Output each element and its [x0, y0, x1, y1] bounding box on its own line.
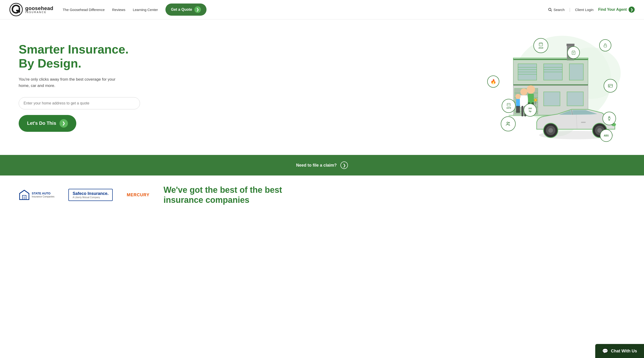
partners-right-content: We've got the best of the best insurance…	[164, 185, 625, 205]
state-auto-logo: STATE AUTO Insurance Companies	[19, 189, 54, 201]
svg-point-46	[527, 85, 535, 94]
svg-rect-55	[516, 106, 518, 113]
find-agent-button[interactable]: Find Your Agent ❯	[598, 7, 635, 13]
svg-rect-74	[608, 84, 612, 87]
safeco-sub: A Liberty Mutual Company	[72, 196, 108, 199]
badge-family	[501, 116, 516, 131]
svg-rect-64	[507, 103, 510, 106]
cta-arrow-icon: ❯	[60, 119, 68, 128]
main-nav: The Goosehead Difference Reviews Learnin…	[63, 4, 207, 16]
safeco-logo-wrap: Safeco Insurance. A Liberty Mutual Compa…	[68, 189, 113, 201]
logo[interactable]: goosehead INSURANCE	[9, 3, 54, 16]
state-auto-icon	[19, 189, 30, 201]
header-divider: |	[569, 7, 570, 12]
hero-content: Smarter Insurance. By Design. You're onl…	[19, 43, 310, 132]
svg-rect-73	[604, 45, 607, 47]
mercury-logo-wrap: MERCURY	[127, 193, 149, 198]
hero-title: Smarter Insurance. By Design.	[19, 43, 310, 71]
svg-point-53	[516, 94, 520, 99]
svg-rect-45	[581, 122, 586, 123]
svg-rect-10	[569, 64, 583, 80]
svg-point-67	[509, 122, 510, 123]
address-input-wrap[interactable]	[19, 97, 140, 109]
svg-rect-68	[572, 51, 575, 54]
logo-icon	[9, 3, 23, 16]
safeco-logo: Safeco Insurance. A Liberty Mutual Compa…	[68, 189, 113, 201]
svg-point-57	[534, 99, 537, 101]
hero-section: Smarter Insurance. By Design. You're onl…	[0, 19, 644, 155]
badge-fire: 🔥	[487, 75, 499, 88]
svg-point-50	[520, 88, 527, 95]
header: goosehead INSURANCE The Goosehead Differ…	[0, 0, 644, 19]
header-right: Search | Client Login Find Your Agent ❯	[548, 7, 635, 13]
search-icon	[548, 8, 552, 12]
logo-brand-name: goosehead	[25, 6, 54, 11]
svg-rect-29	[566, 44, 574, 46]
logo-sub-text: INSURANCE	[25, 11, 54, 14]
svg-rect-51	[522, 106, 523, 116]
logo-text: goosehead INSURANCE	[25, 6, 54, 14]
badge-260hp: 260hp	[524, 104, 537, 117]
client-login-link[interactable]: Client Login	[575, 8, 593, 12]
get-quote-button[interactable]: Get a Quote ❯	[166, 4, 207, 16]
partners-right-title: We've got the best of the best insurance…	[164, 185, 625, 205]
badge-2019: 2019	[534, 38, 548, 53]
svg-rect-76	[609, 86, 610, 87]
nav-reviews[interactable]: Reviews	[112, 8, 125, 12]
search-button[interactable]: Search	[548, 8, 565, 12]
svg-point-1	[548, 8, 551, 11]
svg-rect-56	[518, 106, 520, 113]
claim-banner-text: Need to file a claim?	[296, 163, 337, 168]
find-agent-arrow-icon: ❯	[628, 7, 635, 13]
claim-arrow-button[interactable]: ❯	[340, 161, 348, 169]
claim-banner: Need to file a claim? ❯	[0, 155, 644, 175]
get-quote-arrow-icon: ❯	[194, 6, 201, 13]
hero-illustration: 2019 🔥 1978 260hp	[310, 29, 625, 146]
svg-rect-60	[539, 43, 543, 46]
badge-1978: 1978	[502, 99, 516, 113]
hero-subtitle: You're only clicks away from the best co…	[19, 76, 117, 89]
nav-learning-center[interactable]: Learning Center	[133, 8, 158, 12]
mercury-logo: MERCURY	[127, 193, 149, 198]
safeco-brand: Safeco Insurance.	[72, 191, 108, 196]
badge-lock	[599, 39, 611, 51]
address-input[interactable]	[24, 99, 135, 108]
state-auto-text: STATE AUTO Insurance Companies	[32, 192, 54, 198]
lets-do-this-button[interactable]: Let's Do This ❯	[19, 115, 76, 132]
svg-rect-80	[23, 196, 25, 200]
svg-point-38	[548, 128, 553, 133]
svg-point-66	[507, 122, 508, 123]
badge-seat	[602, 112, 616, 125]
partners-section: STATE AUTO Insurance Companies Safeco In…	[0, 175, 644, 214]
state-auto-logo-wrap: STATE AUTO Insurance Companies	[19, 189, 54, 201]
nav-goosehead-difference[interactable]: The Goosehead Difference	[63, 8, 105, 12]
header-left: goosehead INSURANCE The Goosehead Differ…	[9, 3, 206, 16]
badge-abs: ABS	[600, 129, 612, 142]
badge-clipboard	[567, 46, 580, 59]
badge-card	[604, 79, 617, 93]
svg-line-2	[551, 11, 552, 12]
